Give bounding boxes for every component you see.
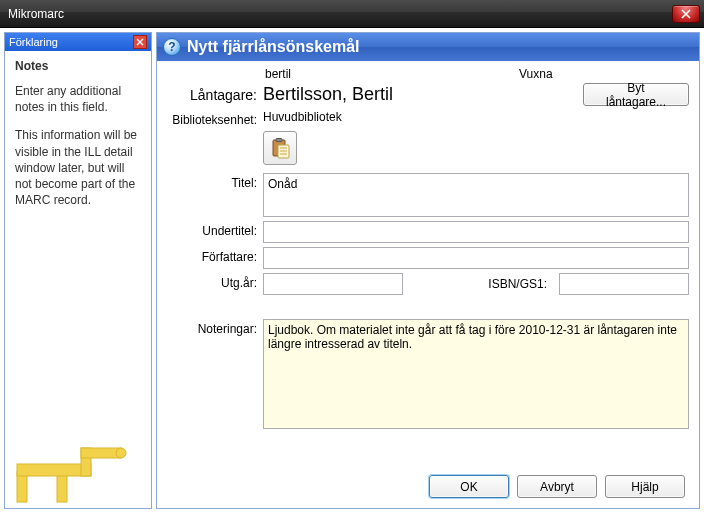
label-subtitle: Undertitel: — [167, 221, 263, 238]
help-sidebar: Förklaring Notes Enter any additional no… — [4, 32, 152, 509]
label-pub-year: Utg.år: — [167, 273, 263, 290]
borrower-name: Bertilsson, Bertil — [263, 84, 393, 105]
paste-button[interactable] — [263, 131, 297, 165]
library-unit-value: Huvudbibliotek — [263, 110, 342, 124]
help-title: Notes — [15, 59, 141, 73]
label-borrower: Låntagare: — [167, 83, 263, 103]
help-icon[interactable]: ? — [163, 38, 181, 56]
help-paragraph-1: Enter any additional notes in this field… — [15, 83, 141, 115]
help-sidebar-header: Förklaring — [5, 33, 151, 51]
svg-rect-4 — [81, 448, 121, 458]
meta-username: bertil — [263, 67, 519, 81]
help-button[interactable]: Hjälp — [605, 475, 685, 498]
svg-point-5 — [116, 448, 126, 458]
help-sidebar-close-button[interactable] — [133, 35, 147, 49]
help-sidebar-body: Notes Enter any additional notes in this… — [5, 51, 151, 508]
window-titlebar: Mikromarc — [0, 0, 704, 28]
pub-year-input[interactable] — [263, 273, 403, 295]
help-paragraph-2: This information will be visible in the … — [15, 127, 141, 208]
isbn-input[interactable] — [559, 273, 689, 295]
clipboard-paste-icon — [269, 137, 291, 159]
main-panel: ? Nytt fjärrlånsönskemål bertil Vuxna Lå… — [156, 32, 700, 509]
svg-rect-7 — [276, 139, 282, 142]
help-sidebar-header-label: Förklaring — [9, 36, 58, 48]
ok-button[interactable]: OK — [429, 475, 509, 498]
label-library-unit: Biblioteksenhet: — [167, 110, 263, 127]
label-notes: Noteringar: — [167, 319, 263, 336]
label-title: Titel: — [167, 173, 263, 190]
notes-input[interactable]: Ljudbok. Om materialet inte går att få t… — [263, 319, 689, 429]
change-borrower-button[interactable]: Byt låntagare... — [583, 83, 689, 106]
cancel-button[interactable]: Avbryt — [517, 475, 597, 498]
title-input[interactable]: Onåd — [263, 173, 689, 217]
window-close-button[interactable] — [672, 5, 700, 23]
author-input[interactable] — [263, 247, 689, 269]
meta-category: Vuxna — [519, 67, 689, 81]
subtitle-input[interactable] — [263, 221, 689, 243]
label-author: Författare: — [167, 247, 263, 264]
window-title: Mikromarc — [8, 7, 64, 21]
main-header-title: Nytt fjärrlånsönskemål — [187, 38, 360, 56]
svg-rect-2 — [17, 464, 91, 476]
main-header: ? Nytt fjärrlånsönskemål — [157, 33, 699, 61]
decorative-animal-icon — [9, 444, 139, 504]
label-isbn: ISBN/GS1: — [488, 277, 553, 291]
dialog-footer: OK Avbryt Hjälp — [167, 469, 689, 502]
